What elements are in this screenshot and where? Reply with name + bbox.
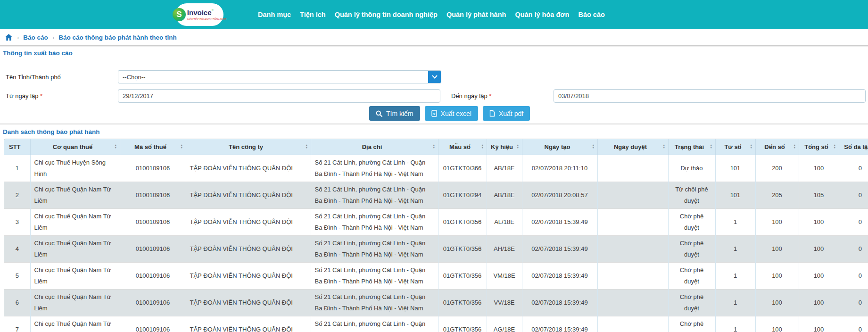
table-cell: 02/07/2018 15:39:49: [522, 262, 597, 289]
table-cell: Chờ phê duyệt: [668, 235, 715, 262]
table-cell: 0100109106: [120, 235, 186, 262]
table-cell: Chi cục Thuế Quận Nam Từ Liêm: [30, 289, 120, 316]
table-cell: Chi cục Thuế Quận Nam Từ Liêm: [30, 208, 120, 235]
column-header-label: Ngày tạo: [545, 143, 570, 150]
table-cell: 1: [4, 155, 30, 182]
column-header-label: Ngày duyệt: [614, 143, 647, 150]
column-header-2[interactable]: Mã số thuế▲▼: [120, 139, 186, 155]
table-cell: 0: [839, 208, 868, 235]
table-cell: Số 21 Cát Linh, phường Cát Linh - Quận B…: [311, 289, 438, 316]
sort-icon[interactable]: ▲▼: [114, 144, 117, 149]
sort-icon[interactable]: ▲▼: [793, 144, 796, 149]
province-select[interactable]: --Chọn--: [118, 70, 441, 83]
column-header-4[interactable]: Địa chỉ▲▼: [311, 139, 438, 155]
table-cell: 0: [839, 235, 868, 262]
table-cell: [597, 316, 668, 332]
column-header-label: Số đã lập: [844, 143, 868, 150]
column-header-8[interactable]: Ngày duyệt▲▼: [597, 139, 668, 155]
table-cell: [597, 262, 668, 289]
table-cell: [597, 182, 668, 208]
table-row: 6Chi cục Thuế Quận Nam Từ Liêm0100109106…: [4, 289, 868, 316]
logo-name: Invoice: [187, 9, 212, 17]
nav-item-2[interactable]: Quản lý thông tin doanh nghiệp: [335, 11, 438, 18]
table-cell: 02/07/2018 20:08:57: [522, 182, 597, 208]
nav-item-4[interactable]: Quản lý hóa đơn: [515, 11, 569, 18]
report-filter-form: Thông tin xuất báo cáo Tên Tỉnh/Thành ph…: [0, 47, 868, 124]
breadcrumb-item-bao-cao[interactable]: Báo cáo: [23, 34, 48, 41]
column-header-10[interactable]: Từ số▲▼: [715, 139, 755, 155]
table-cell: AB/18E: [487, 155, 522, 182]
logo-tagline: GIẢI PHÁP HÓA ĐƠN THÔNG MINH: [187, 18, 226, 20]
sort-icon[interactable]: ▲▼: [305, 144, 308, 149]
chevron-down-icon[interactable]: [428, 71, 441, 83]
home-icon[interactable]: [5, 34, 13, 41]
column-header-label: Địa chỉ: [362, 143, 382, 150]
table-cell: 01GTKT0/356: [438, 208, 487, 235]
column-header-6[interactable]: Ký hiệu▲▼: [487, 139, 522, 155]
column-header-9[interactable]: Trạng thái▲▼: [668, 139, 715, 155]
table-cell: AH/18E: [487, 235, 522, 262]
sort-icon[interactable]: ▲▼: [432, 144, 435, 149]
table-cell: 2: [4, 182, 30, 208]
column-header-7[interactable]: Ngày tạo▲▼: [522, 139, 597, 155]
table-cell: 02/07/2018 15:39:49: [522, 289, 597, 316]
table-cell: VV/18E: [487, 289, 522, 316]
from-date-label: Từ ngày lập *: [6, 92, 42, 100]
table-cell: 01GTKT0/366: [438, 155, 487, 182]
sort-icon[interactable]: ▲▼: [180, 144, 183, 149]
table-cell: 5: [4, 262, 30, 289]
export-pdf-button[interactable]: Xuất pdf: [483, 106, 530, 121]
sort-icon[interactable]: ▲▼: [833, 144, 836, 149]
table-cell: Từ chối phê duyệt: [668, 182, 715, 208]
table-cell: AL/18E: [487, 208, 522, 235]
table-cell: 01GTKT0/356: [438, 289, 487, 316]
province-select-value: --Chọn--: [118, 74, 428, 81]
sort-icon[interactable]: ▲▼: [750, 144, 752, 149]
sort-icon[interactable]: ▲▼: [516, 144, 519, 149]
required-mark: *: [40, 92, 42, 100]
sort-icon[interactable]: ▲▼: [710, 144, 712, 149]
sort-icon[interactable]: ▲▼: [592, 144, 595, 149]
to-date-label: Đến ngày lập *: [451, 92, 491, 100]
table-cell: Số 21 Cát Linh, phường Cát Linh - Quận B…: [311, 316, 438, 332]
table-cell: Số 21 Cát Linh, phường Cát Linh - Quận B…: [311, 208, 438, 235]
table-cell: 01GTKT0/356: [438, 235, 487, 262]
from-date-input[interactable]: [118, 89, 440, 103]
breadcrumb-separator: ›: [52, 34, 54, 41]
table-cell: Số 21 Cát Linh, phường Cát Linh - Quận B…: [311, 235, 438, 262]
column-header-5[interactable]: Mẫu số▲▼: [438, 139, 487, 155]
required-mark: *: [489, 92, 491, 100]
to-date-input[interactable]: [554, 89, 866, 103]
app-logo[interactable]: S Invoice” GIẢI PHÁP HÓA ĐƠN THÔNG MINH: [175, 3, 223, 26]
export-excel-button[interactable]: x Xuất excel: [425, 106, 478, 121]
table-cell: 6: [4, 289, 30, 316]
nav-item-1[interactable]: Tiện ích: [300, 11, 326, 18]
column-header-1[interactable]: Cơ quan thuế▲▼: [30, 139, 120, 155]
column-header-13[interactable]: Số đã lập▲▼: [839, 139, 868, 155]
table-cell: TẬP ĐOÀN VIỄN THÔNG QUÂN ĐỘI: [186, 182, 311, 208]
search-button[interactable]: Tìm kiếm: [369, 106, 420, 121]
table-cell: Chờ phê duyệt: [668, 208, 715, 235]
table-cell: AB/18E: [487, 182, 522, 208]
table-cell: 0: [839, 182, 868, 208]
table-cell: Chi cục Thuế Quận Nam Từ Liêm: [30, 235, 120, 262]
table-cell: 0: [839, 262, 868, 289]
sort-icon[interactable]: ▲▼: [481, 144, 484, 149]
province-label: Tên Tỉnh/Thành phố: [6, 74, 61, 81]
column-header-12[interactable]: Tổng số▲▼: [799, 139, 839, 155]
table-cell: 100: [755, 289, 799, 316]
breadcrumb-separator: ›: [17, 34, 19, 41]
table-cell: Chờ phê duyệt: [668, 289, 715, 316]
table-cell: TẬP ĐOÀN VIỄN THÔNG QUÂN ĐỘI: [186, 316, 311, 332]
nav-item-5[interactable]: Báo cáo: [578, 11, 604, 18]
column-header-3[interactable]: Tên công ty▲▼: [186, 139, 311, 155]
column-header-11[interactable]: Đến số▲▼: [755, 139, 799, 155]
table-cell: 0100109106: [120, 289, 186, 316]
table-cell: 01GTKT0/356: [438, 316, 487, 332]
sort-icon[interactable]: ▲▼: [662, 144, 665, 149]
table-cell: [597, 155, 668, 182]
nav-item-3[interactable]: Quản lý phát hành: [446, 11, 506, 18]
nav-item-0[interactable]: Danh mục: [258, 11, 291, 18]
table-row: 4Chi cục Thuế Quận Nam Từ Liêm0100109106…: [4, 235, 868, 262]
table-cell: Chờ phê duyệt: [668, 262, 715, 289]
